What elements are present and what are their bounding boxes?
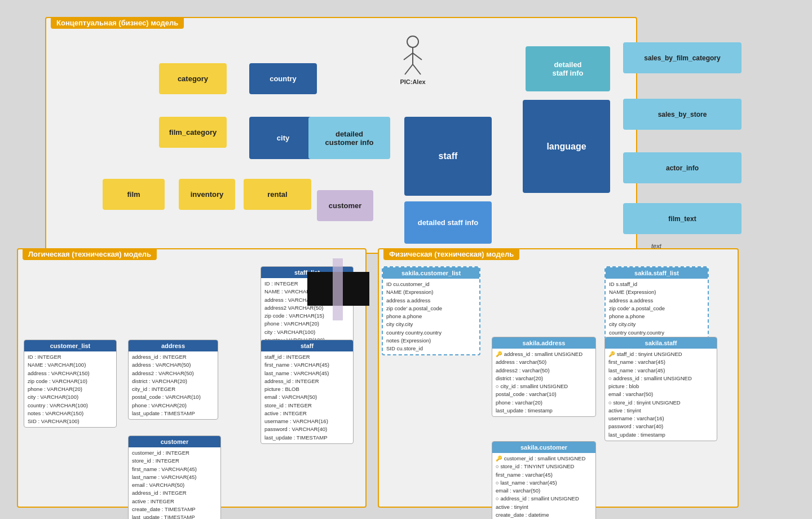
table-sakila-staff-list-body: ID s.staff_id NAME (Expression) address …: [606, 279, 708, 346]
svg-line-32: [413, 53, 422, 60]
table-address-logical[interactable]: address address_id : INTEGER address : V…: [128, 340, 218, 420]
section-physical: Физическая (техническая) модель sakila.c…: [378, 248, 739, 508]
table-sakila-staff-header: sakila.staff: [605, 337, 717, 349]
table-sakila-staff-list-header: sakila.staff_list: [606, 267, 708, 279]
entity-detailed-staff[interactable]: detailed staff info: [526, 46, 610, 91]
table-sakila-customer[interactable]: sakila.customer 🔑 customer_id : smallint…: [492, 441, 596, 519]
entity-address[interactable]: staff: [404, 117, 492, 196]
table-customer-list-header: customer_list: [24, 340, 116, 351]
entity-detailed-customer[interactable]: detailed customer info: [308, 117, 390, 159]
table-sakila-customer-list-body: ID cu.customer_id NAME (Expression) addr…: [383, 279, 479, 354]
table-sakila-staff[interactable]: sakila.staff 🔑 staff_id : tinyint UNSIGN…: [604, 337, 717, 441]
table-sakila-staff-list[interactable]: sakila.staff_list ID s.staff_id NAME (Ex…: [604, 266, 709, 348]
entity-language[interactable]: film: [103, 179, 165, 210]
table-staff-logical[interactable]: staff staff_id : INTEGER first_name : VA…: [261, 340, 354, 444]
entity-film-category[interactable]: film_category: [159, 117, 227, 148]
entity-country[interactable]: country: [249, 63, 317, 94]
physical-label: Физическая (техническая) модель: [383, 248, 519, 260]
svg-line-31: [404, 53, 413, 60]
table-sakila-customer-header: sakila.customer: [492, 442, 595, 453]
main-container: + o o o + o + o + o Концептуальная (бизн…: [0, 0, 812, 519]
table-sakila-customer-list-header: sakila.customer_list: [383, 267, 479, 279]
entity-customer[interactable]: detailed staff info: [404, 201, 492, 244]
table-sakila-staff-body: 🔑 staff_id : tinyint UNSIGNED first_name…: [605, 349, 717, 441]
entity-rental[interactable]: customer: [317, 190, 373, 221]
table-customer-list-logical[interactable]: customer_list ID : INTEGER NAME : VARCHA…: [24, 340, 117, 428]
table-sakila-address-body: 🔑 address_id : smallint UNSIGNED address…: [492, 349, 595, 416]
view-sales-by-store[interactable]: sales_by_store: [623, 99, 742, 130]
entity-staff[interactable]: language: [523, 100, 610, 193]
table-sakila-customer-body: 🔑 customer_id : smallint UNSIGNED ○ stor…: [492, 453, 595, 519]
table-address-logical-body: address_id : INTEGER address : VARCHAR(5…: [129, 351, 218, 419]
svg-line-34: [413, 64, 421, 74]
view-actor-info[interactable]: actor_info: [623, 152, 742, 183]
table-customer-list-body: ID : INTEGER NAME : VARCHAR(100) address…: [24, 351, 116, 427]
entity-inventory[interactable]: rental: [244, 179, 311, 210]
logical-label: Логическая (техническая) модель: [23, 248, 157, 260]
table-staff-logical-header: staff: [261, 340, 353, 351]
svg-line-33: [405, 64, 413, 74]
table-sakila-address[interactable]: sakila.address 🔑 address_id : smallint U…: [492, 337, 596, 417]
section-conceptual: Концептуальная (бизнес) модель category …: [45, 17, 637, 254]
table-sakila-customer-list[interactable]: sakila.customer_list ID cu.customer_id N…: [382, 266, 480, 355]
table-sakila-address-header: sakila.address: [492, 337, 595, 349]
table-customer-logical-header: customer: [129, 436, 220, 447]
conceptual-label: Концептуальная (бизнес) модель: [51, 17, 184, 29]
stick-figure-alex: PIC:Alex: [390, 35, 435, 85]
view-sales-by-film-category[interactable]: sales_by_film_category: [623, 42, 742, 73]
table-address-logical-header: address: [129, 340, 218, 351]
table-staff-logical-body: staff_id : INTEGER first_name : VARCHAR(…: [261, 351, 353, 443]
entity-category[interactable]: category: [159, 63, 227, 94]
svg-point-29: [407, 36, 418, 47]
entity-film[interactable]: inventory: [179, 179, 235, 210]
table-customer-logical-body: customer_id : INTEGER store_id : INTEGER…: [129, 447, 220, 519]
view-film-text[interactable]: film_text: [623, 203, 742, 234]
table-customer-logical[interactable]: customer customer_id : INTEGER store_id …: [128, 436, 221, 519]
entity-city[interactable]: city: [249, 117, 317, 159]
purple-bar: [333, 258, 343, 320]
